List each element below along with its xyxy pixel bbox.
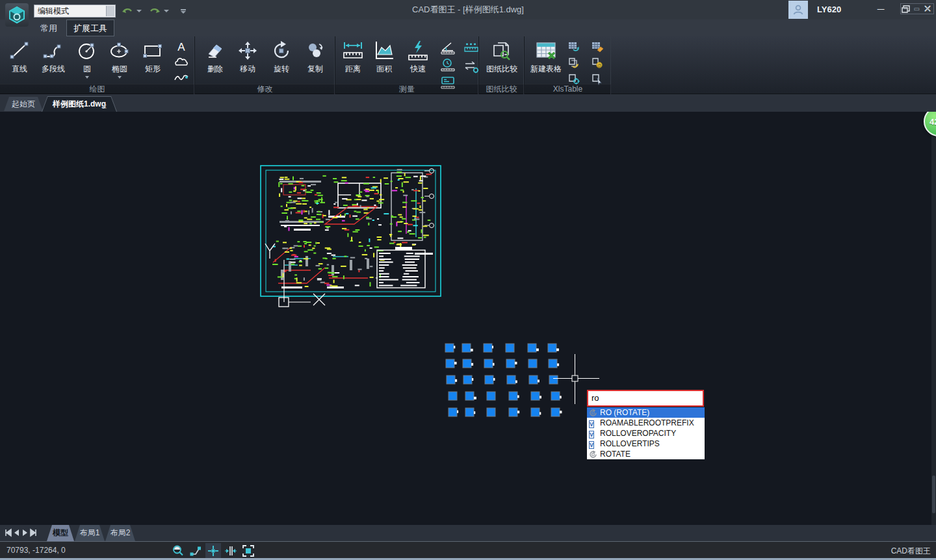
doc-tab-start-page[interactable]: 起始页	[4, 97, 43, 111]
ellipse-button[interactable]: 椭圆	[104, 39, 135, 79]
selection-grip[interactable]	[509, 392, 517, 400]
ribbon-tab-extended-tools[interactable]: 扩展工具	[66, 19, 114, 36]
selection-grip[interactable]	[448, 392, 457, 400]
zoom-tool-icon[interactable]	[170, 543, 186, 559]
angle-measure-icon[interactable]	[440, 40, 456, 55]
panel-label-modify: 修改	[195, 84, 335, 94]
fast-measure-icon[interactable]	[440, 58, 456, 72]
layout-tab-layout1[interactable]: 布局1	[75, 525, 105, 541]
command-suggestion[interactable]: VROLLOVEROPACITY	[587, 428, 705, 439]
selection-grip[interactable]	[447, 375, 455, 384]
selection-grip[interactable]	[551, 392, 560, 400]
selection-grip[interactable]	[506, 359, 515, 368]
selection-grip[interactable]	[531, 408, 540, 416]
command-suggestion[interactable]: RO (ROTATE)	[587, 407, 705, 418]
coordinate-measure-icon[interactable]	[463, 42, 480, 56]
selection-grip[interactable]	[448, 408, 457, 416]
undo-icon[interactable]	[121, 6, 134, 16]
selection-grip[interactable]	[509, 408, 517, 416]
selection-grip[interactable]	[551, 408, 560, 416]
redo-icon[interactable]	[148, 6, 161, 16]
selection-grip[interactable]	[507, 375, 515, 384]
object-snap-icon[interactable]	[223, 543, 239, 559]
new-table-button[interactable]: 新建表格	[528, 39, 564, 75]
customize-toolbar-icon[interactable]	[181, 9, 186, 14]
doc-tab-active[interactable]: 样例图纸1.dwg ✕	[42, 96, 117, 112]
undo-dropdown-icon[interactable]	[136, 10, 142, 12]
circle-dropdown-icon[interactable]	[85, 76, 89, 79]
command-suggestion[interactable]: VROAMABLEROOTPREFIX	[587, 418, 705, 428]
selection-grip[interactable]	[548, 344, 556, 352]
scrollbar-thumb[interactable]	[932, 476, 935, 513]
selection-grip[interactable]	[528, 359, 537, 368]
selection-grip[interactable]	[549, 375, 558, 384]
polyline-mode-icon[interactable]	[188, 543, 203, 559]
selection-grip[interactable]	[485, 375, 493, 384]
copy-button[interactable]: 复制	[300, 39, 330, 75]
selection-grip[interactable]	[462, 344, 471, 352]
command-suggestion[interactable]: VROLLOVERTIPS	[587, 439, 705, 449]
table-update-icon[interactable]	[567, 41, 580, 53]
table-erase-icon[interactable]	[591, 41, 604, 53]
selection-grip[interactable]	[465, 408, 474, 416]
rectangle-button[interactable]: 矩形	[138, 39, 168, 75]
ribbon-tab-home[interactable]: 常用	[32, 21, 65, 36]
selection-grip[interactable]	[445, 344, 454, 352]
selection-grip[interactable]	[484, 344, 492, 352]
doc-minimize-icon[interactable]: ─	[904, 4, 908, 14]
selection-grip[interactable]	[463, 375, 472, 384]
revision-cloud-icon[interactable]	[174, 57, 189, 68]
line-button[interactable]: 直线	[5, 39, 34, 75]
distance-button[interactable]: 距离	[339, 39, 367, 75]
selection-grip[interactable]	[446, 359, 454, 368]
selection-grip[interactable]	[531, 392, 540, 400]
rotate-button[interactable]: 旋转	[266, 39, 296, 75]
ellipse-dropdown-icon[interactable]	[118, 76, 122, 79]
draw-extra-column: A	[170, 40, 192, 83]
sheet-refresh-icon[interactable]	[567, 57, 580, 69]
doc-close-icon[interactable]: ✕	[925, 4, 930, 14]
crosshair-toggle-icon[interactable]	[205, 543, 221, 559]
minimize-button[interactable]: ─	[871, 1, 890, 17]
selection-grip[interactable]	[506, 344, 514, 352]
selection-grip[interactable]	[529, 375, 538, 384]
selection-grip[interactable]	[463, 359, 471, 368]
selection-grip[interactable]	[549, 359, 557, 368]
quick-measure-button[interactable]: 快速	[403, 39, 433, 75]
doc-restore-icon[interactable]: ▭	[914, 4, 920, 14]
sheet-export-icon[interactable]: @	[591, 57, 604, 69]
drawing-compare-button[interactable]: 图纸比较	[483, 39, 521, 75]
username-label[interactable]: LY620	[817, 0, 841, 19]
panel-draw: 直线 多段线 圆	[0, 36, 195, 94]
distance-icon	[341, 39, 365, 62]
layout-tab-model[interactable]: 模型	[47, 525, 74, 541]
area-button[interactable]: 面积	[369, 39, 399, 75]
erase-button[interactable]: 删除	[200, 39, 230, 75]
selection-grip[interactable]	[484, 359, 493, 368]
mode-select[interactable]: 编辑模式	[34, 5, 116, 18]
sheet-nav-arrows[interactable]	[3, 525, 37, 541]
command-suggestion[interactable]: ROTATE	[587, 449, 705, 459]
vertical-scrollbar[interactable]	[931, 112, 936, 525]
xls-column-2: @	[588, 41, 606, 85]
selection-grip[interactable]	[487, 392, 495, 400]
selection-grip[interactable]	[465, 392, 474, 400]
circle-button[interactable]: 圆	[73, 39, 101, 79]
measure-settings-icon[interactable]	[463, 59, 480, 75]
redo-dropdown-icon[interactable]	[164, 10, 169, 12]
layout-tab-bar: 模型 布局1 布局2	[0, 525, 936, 541]
doc-tab-active-label: 样例图纸1.dwg	[53, 99, 106, 108]
command-input[interactable]: ro	[587, 390, 704, 407]
freehand-icon[interactable]	[174, 71, 189, 83]
selection-grip[interactable]	[528, 344, 536, 352]
layout-tab-layout2[interactable]: 布局2	[105, 525, 135, 541]
user-avatar[interactable]	[788, 1, 808, 19]
text-icon[interactable]: A	[174, 40, 188, 53]
move-button[interactable]: 移动	[233, 39, 263, 75]
polyline-button[interactable]: 多段线	[36, 39, 70, 75]
mode-select-dropdown-icon[interactable]	[106, 6, 114, 16]
fit-view-icon[interactable]	[240, 543, 256, 559]
selection-grip[interactable]	[487, 408, 495, 416]
app-logo-icon[interactable]	[5, 3, 29, 27]
drawing-canvas[interactable]: ro RO (ROTATE)VROAMABLEROOTPREFIXVROLLOV…	[0, 112, 936, 525]
